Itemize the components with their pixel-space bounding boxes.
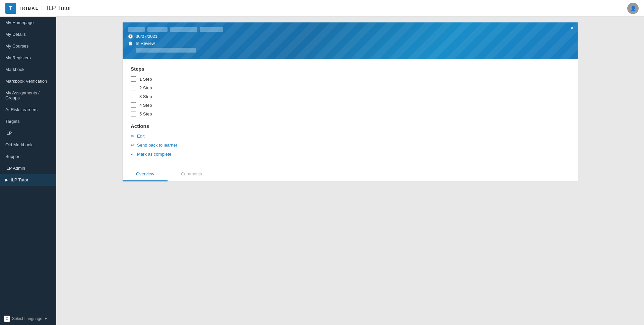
sidebar-item-my-assignments-groups[interactable]: My Assignments / Groups <box>0 87 56 104</box>
step-label-step5: 5 Step <box>139 111 152 116</box>
sidebar-item-support[interactable]: Support <box>0 151 56 162</box>
sidebar-item-label: Markbook <box>5 67 24 72</box>
sidebar-item-my-registers[interactable]: My Registers <box>0 52 56 64</box>
mark-complete-icon: ✓ <box>131 152 134 157</box>
close-button[interactable]: × <box>571 25 574 31</box>
content-area: × 🕐 30/07/2021 📋 In Review <box>56 17 644 325</box>
actions-section: Actions ✏Edit↩Send back to learner✓Mark … <box>131 123 570 157</box>
status-icon: 📋 <box>128 41 133 46</box>
sidebar: My HomepageMy DetailsMy CoursesMy Regist… <box>0 17 56 325</box>
sidebar-item-ilp[interactable]: ILP <box>0 127 56 139</box>
sidebar-item-markbook-verification[interactable]: Markbook Verification <box>0 75 56 87</box>
step-checkbox-step1[interactable] <box>131 76 136 82</box>
panel-body: Steps 1 Step2 Step3 Step4 Step5 Step Act… <box>123 59 578 167</box>
sidebar-item-label: My Registers <box>5 55 31 60</box>
send-back-icon: ↩ <box>131 143 134 148</box>
sidebar-nav: My HomepageMy DetailsMy CoursesMy Regist… <box>0 17 56 312</box>
header-user-row: 👤 <box>128 48 572 53</box>
header-status-row: 📋 In Review <box>128 41 572 46</box>
sidebar-item-label: Targets <box>5 119 20 124</box>
actions-list: ✏Edit↩Send back to learner✓Mark as compl… <box>131 134 570 157</box>
steps-list: 1 Step2 Step3 Step4 Step5 Step <box>131 76 570 116</box>
actions-title: Actions <box>131 123 570 129</box>
step-item-step1: 1 Step <box>131 76 570 82</box>
avatar-initials: 👤 <box>630 6 636 11</box>
topbar: T TRIBAL ILP Tutor 👤 <box>0 0 644 17</box>
sidebar-item-label: My Details <box>5 32 26 37</box>
step-item-step3: 3 Step <box>131 94 570 99</box>
clock-icon: 🕐 <box>128 34 133 39</box>
step-checkbox-step4[interactable] <box>131 102 136 108</box>
header-breadcrumb-row <box>128 27 572 32</box>
sidebar-item-ilp-admin[interactable]: ILP Admin <box>0 162 56 174</box>
main-panel: × 🕐 30/07/2021 📋 In Review <box>122 22 578 182</box>
sidebar-item-label: Old Markbook <box>5 142 33 147</box>
sidebar-item-label: My Homepage <box>5 20 34 25</box>
action-send-back[interactable]: ↩Send back to learner <box>131 143 570 148</box>
sidebar-item-label: At Risk Learners <box>5 107 38 112</box>
step-checkbox-step5[interactable] <box>131 111 136 116</box>
sidebar-item-old-markbook[interactable]: Old Markbook <box>0 139 56 151</box>
sidebar-item-label: My Courses <box>5 44 28 49</box>
app-title: ILP Tutor <box>47 5 71 12</box>
logo-container: T TRIBAL <box>5 3 39 14</box>
step-label-step3: 3 Step <box>139 94 152 99</box>
panel-tabs-bar: OverviewComments <box>123 167 578 182</box>
user-icon: 👤 <box>128 48 133 53</box>
user-blur <box>136 48 196 53</box>
step-label-step1: 1 Step <box>139 77 152 82</box>
header-date-row: 🕐 30/07/2021 <box>128 34 572 39</box>
select-language-label[interactable]: Select Language <box>12 316 42 321</box>
avatar[interactable]: 👤 <box>627 3 639 14</box>
sidebar-item-label: ILP Tutor <box>11 177 28 182</box>
header-date: 30/07/2021 <box>136 34 157 39</box>
tab-overview[interactable]: Overview <box>123 167 168 181</box>
breadcrumb-blur-3 <box>170 27 197 32</box>
panel-header: × 🕐 30/07/2021 📋 In Review <box>123 22 578 59</box>
active-arrow-icon: ▶ <box>5 178 8 182</box>
logo-letter: T <box>9 5 12 11</box>
sidebar-item-my-homepage[interactable]: My Homepage <box>0 17 56 28</box>
google-icon: G <box>4 316 10 322</box>
edit-icon: ✏ <box>131 134 134 139</box>
sidebar-item-label: Markbook Verification <box>5 79 47 84</box>
breadcrumb-blur-2 <box>147 27 168 32</box>
action-edit[interactable]: ✏Edit <box>131 134 570 139</box>
sidebar-item-targets[interactable]: Targets <box>0 115 56 127</box>
step-checkbox-step3[interactable] <box>131 94 136 99</box>
action-mark-complete[interactable]: ✓Mark as complete <box>131 152 570 157</box>
steps-title: Steps <box>131 66 570 72</box>
step-item-step2: 2 Step <box>131 85 570 90</box>
logo-brand: TRIBAL <box>19 6 39 11</box>
language-dropdown-icon[interactable]: ▼ <box>44 317 48 321</box>
sidebar-item-markbook[interactable]: Markbook <box>0 64 56 75</box>
action-label-edit: Edit <box>137 134 144 139</box>
step-checkbox-step2[interactable] <box>131 85 136 90</box>
sidebar-item-label: Support <box>5 154 21 159</box>
main-layout: My HomepageMy DetailsMy CoursesMy Regist… <box>0 17 644 325</box>
action-label-mark-complete: Mark as complete <box>137 152 172 157</box>
step-item-step4: 4 Step <box>131 102 570 108</box>
sidebar-item-my-details[interactable]: My Details <box>0 28 56 40</box>
sidebar-item-label: ILP Admin <box>5 166 25 171</box>
tabs-container: OverviewComments <box>123 167 578 181</box>
step-label-step4: 4 Step <box>139 103 152 108</box>
sidebar-item-my-courses[interactable]: My Courses <box>0 40 56 52</box>
breadcrumb-blur-1 <box>128 27 145 32</box>
sidebar-item-label: My Assignments / Groups <box>5 90 51 100</box>
sidebar-footer: G Select Language ▼ <box>0 312 56 325</box>
sidebar-item-label: ILP <box>5 131 12 136</box>
sidebar-item-at-risk-learners[interactable]: At Risk Learners <box>0 104 56 115</box>
sidebar-item-ilp-tutor[interactable]: ▶ILP Tutor <box>0 174 56 186</box>
breadcrumb-blur-4 <box>200 27 223 32</box>
tab-comments[interactable]: Comments <box>168 167 215 181</box>
step-label-step2: 2 Step <box>139 85 152 90</box>
step-item-step5: 5 Step <box>131 111 570 116</box>
logo-box: T <box>5 3 16 14</box>
header-status: In Review <box>136 41 155 46</box>
action-label-send-back: Send back to learner <box>137 143 177 148</box>
